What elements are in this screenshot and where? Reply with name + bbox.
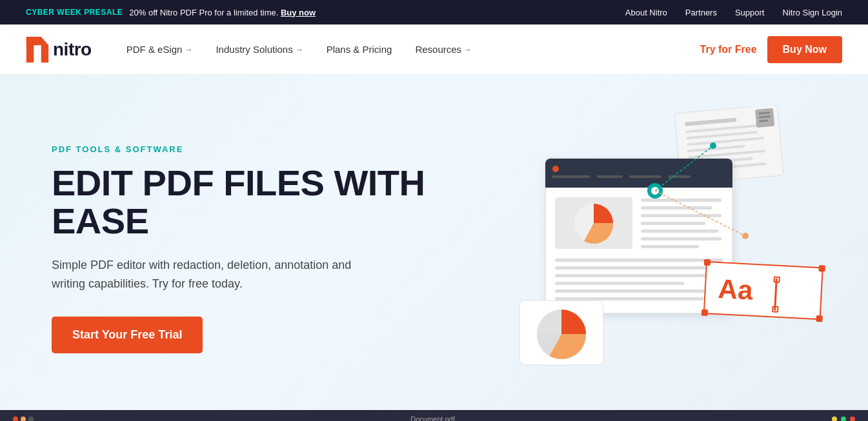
nav-plans-pricing[interactable]: Plans & Pricing: [318, 39, 401, 60]
preview-dot-3: [28, 416, 34, 421]
main-navigation: nitro PDF & eSign → Industry Solutions →…: [0, 24, 868, 75]
svg-rect-35: [555, 274, 723, 277]
hero-title: EDIT PDF FILES WITH EASE: [52, 164, 439, 240]
svg-text:Aa: Aa: [718, 273, 754, 306]
logo[interactable]: nitro: [26, 37, 92, 63]
svg-point-43: [710, 142, 716, 149]
preview-dots: [13, 416, 34, 421]
hero-section: PDF TOOLS & SOFTWARE EDIT PDF FILES WITH…: [0, 75, 868, 410]
svg-rect-29: [641, 222, 705, 225]
svg-rect-52: [701, 309, 709, 317]
banner-nav: About Nitro Partners Support Nitro Sign …: [625, 8, 842, 17]
svg-rect-26: [641, 199, 722, 202]
svg-rect-21: [597, 175, 623, 178]
minimize-icon[interactable]: [832, 416, 837, 421]
svg-point-19: [552, 166, 559, 172]
svg-rect-20: [552, 175, 590, 178]
svg-rect-36: [555, 282, 684, 285]
nav-resources[interactable]: Resources →: [406, 39, 481, 60]
nav-industry-solutions[interactable]: Industry Solutions →: [207, 39, 312, 60]
maximize-icon[interactable]: [841, 416, 846, 421]
logo-text: nitro: [53, 39, 92, 60]
svg-rect-37: [555, 289, 716, 293]
promo-text: 20% off Nitro PDF Pro for a limited time…: [129, 8, 316, 17]
hero-eyebrow: PDF TOOLS & SOFTWARE: [52, 144, 439, 154]
banner-buy-now[interactable]: Buy now: [281, 8, 316, 17]
svg-rect-23: [668, 175, 691, 178]
svg-rect-53: [816, 315, 823, 322]
nitro-logo-icon: [26, 37, 49, 63]
illustration-svg: Aa: [507, 107, 842, 378]
svg-rect-38: [555, 297, 703, 300]
svg-rect-2: [26, 37, 34, 45]
svg-rect-28: [641, 214, 722, 217]
svg-rect-51: [818, 265, 825, 272]
buy-now-button[interactable]: Buy Now: [767, 36, 842, 63]
hero-content: PDF TOOLS & SOFTWARE EDIT PDF FILES WITH…: [52, 144, 439, 353]
svg-rect-33: [555, 259, 723, 262]
nav-actions: Try for Free Buy Now: [700, 36, 842, 63]
preview-dot-1: [13, 416, 18, 421]
try-free-link[interactable]: Try for Free: [700, 44, 757, 55]
banner-left: CYBER WEEK PRESALE 20% off Nitro PDF Pro…: [26, 8, 316, 17]
svg-rect-32: [641, 245, 699, 248]
nav-links: PDF & eSign → Industry Solutions → Plans…: [117, 39, 700, 60]
svg-rect-31: [641, 237, 722, 240]
svg-point-44: [742, 233, 749, 239]
cyber-week-label: CYBER WEEK PRESALE: [26, 8, 123, 17]
close-icon[interactable]: [850, 416, 855, 421]
preview-dot-2: [21, 416, 26, 421]
hero-illustration: Aa: [507, 107, 842, 378]
nitro-sign-login-link[interactable]: Nitro Sign Login: [783, 8, 843, 17]
top-banner: CYBER WEEK PRESALE 20% off Nitro PDF Pro…: [0, 0, 868, 24]
svg-rect-27: [641, 206, 712, 210]
arrow-icon: →: [296, 45, 303, 54]
bottom-preview-bar: Document.pdf: [0, 410, 868, 421]
partners-link[interactable]: Partners: [685, 8, 717, 17]
support-link[interactable]: Support: [735, 8, 765, 17]
svg-rect-22: [629, 175, 661, 178]
svg-rect-30: [641, 230, 718, 233]
preview-window-controls: [832, 416, 855, 421]
arrow-icon: →: [185, 45, 192, 54]
svg-rect-18: [545, 182, 732, 188]
arrow-icon: →: [464, 45, 472, 54]
hero-subtitle: Simple PDF editor with redaction, deleti…: [52, 256, 387, 293]
svg-rect-34: [555, 266, 710, 269]
svg-rect-50: [704, 259, 711, 266]
preview-filename: Document.pdf: [39, 415, 827, 421]
hero-cta-button[interactable]: Start Your Free Trial: [52, 317, 203, 353]
about-nitro-link[interactable]: About Nitro: [625, 8, 667, 17]
nav-pdf-esign[interactable]: PDF & eSign →: [117, 39, 202, 60]
